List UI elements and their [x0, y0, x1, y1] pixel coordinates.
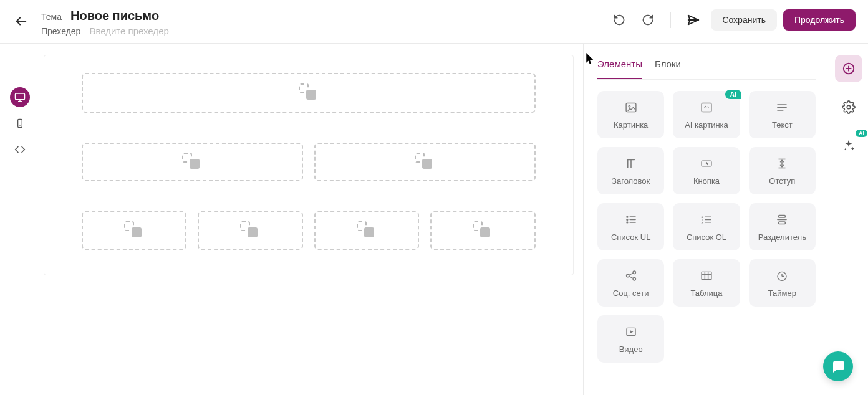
element-list-ul[interactable]: Список UL: [597, 203, 664, 250]
svg-point-20: [627, 222, 628, 223]
subject-block: Тема Новое письмо Прехедер Введите прехе…: [41, 9, 169, 36]
ai-badge: AI: [856, 130, 867, 137]
element-label: Картинка: [614, 120, 648, 130]
canvas-row: [82, 73, 536, 113]
svg-marker-46: [630, 330, 633, 333]
placeholder-icon: [185, 155, 200, 169]
element-label: Таймер: [768, 288, 796, 298]
element-label: Разделитель: [758, 232, 806, 242]
header-left: Тема Новое письмо Прехедер Введите прехе…: [12, 9, 169, 36]
button-icon: [699, 157, 714, 170]
svg-point-19: [627, 219, 628, 221]
table-icon: [700, 269, 713, 282]
svg-point-18: [627, 216, 628, 217]
element-label: Заголовок: [612, 176, 650, 186]
social-icon: [624, 269, 638, 282]
svg-point-9: [629, 105, 630, 107]
canvas-row: [82, 143, 536, 181]
element-timer[interactable]: Таймер: [749, 259, 816, 307]
placeholder-icon: [243, 224, 258, 237]
svg-rect-38: [702, 272, 711, 279]
main: Элементы Блоки Картинка AI AI картинка Т…: [0, 44, 868, 395]
element-label: Текст: [772, 120, 793, 130]
svg-text:3: 3: [701, 221, 703, 225]
divider: [670, 12, 671, 28]
element-spacer[interactable]: Отступ: [749, 147, 816, 194]
undo-button[interactable]: [608, 9, 630, 31]
chat-fab[interactable]: [823, 351, 853, 381]
add-panel-button[interactable]: [835, 55, 862, 82]
sidebar-tabs: Элементы Блоки: [597, 55, 816, 80]
drop-zone[interactable]: [314, 211, 420, 250]
element-label: Список UL: [611, 232, 650, 242]
sidebar: Элементы Блоки Картинка AI AI картинка Т…: [583, 44, 829, 395]
element-label: Соц. сети: [613, 288, 649, 298]
canvas-area: [40, 44, 583, 395]
element-social[interactable]: Соц. сети: [597, 259, 664, 307]
canvas-row: [82, 211, 536, 250]
chat-icon: [831, 359, 846, 374]
placeholder-icon: [127, 224, 142, 237]
preheader-label: Прехедер: [41, 26, 80, 36]
video-icon: [624, 325, 638, 338]
drop-zone[interactable]: [198, 211, 303, 250]
element-text[interactable]: Текст: [749, 91, 816, 138]
element-button[interactable]: Кнопка: [673, 147, 740, 194]
tab-blocks[interactable]: Блоки: [655, 55, 681, 79]
placeholder-icon: [417, 155, 432, 169]
svg-line-37: [629, 276, 633, 278]
ai-image-icon: [700, 101, 713, 114]
device-rail: [0, 44, 40, 395]
list-ol-icon: 123: [700, 213, 713, 226]
save-button[interactable]: Сохранить: [711, 9, 777, 31]
code-view-button[interactable]: [10, 140, 30, 159]
gear-icon: [842, 100, 856, 114]
back-button[interactable]: [12, 12, 30, 30]
svg-line-36: [629, 273, 633, 275]
settings-panel-button[interactable]: [835, 93, 862, 121]
svg-point-50: [847, 105, 851, 109]
svg-rect-3: [16, 93, 25, 100]
email-canvas[interactable]: [44, 55, 574, 275]
spacer-icon: [775, 157, 789, 170]
drop-zone[interactable]: [430, 211, 536, 250]
element-table[interactable]: Таблица: [673, 259, 740, 307]
send-test-button[interactable]: [682, 9, 705, 31]
desktop-view-button[interactable]: [10, 87, 30, 107]
element-image[interactable]: Картинка: [597, 91, 664, 138]
subject-row[interactable]: Тема Новое письмо: [41, 9, 169, 23]
drop-zone[interactable]: [82, 211, 187, 250]
element-list-ol[interactable]: 123 Список OL: [673, 203, 740, 250]
continue-button[interactable]: Продолжить: [783, 9, 856, 31]
header-right: Сохранить Продолжить: [608, 9, 856, 31]
image-icon: [624, 101, 638, 114]
element-video[interactable]: Видео: [597, 315, 664, 363]
placeholder-icon: [475, 224, 490, 237]
redo-button[interactable]: [637, 9, 659, 31]
svg-rect-6: [18, 119, 22, 127]
preheader-row[interactable]: Прехедер Введите прехедер: [41, 26, 169, 36]
timer-icon: [775, 269, 789, 282]
svg-rect-32: [779, 222, 786, 224]
list-ul-icon: [624, 213, 638, 226]
ai-badge: AI: [725, 90, 741, 99]
tab-elements[interactable]: Элементы: [597, 55, 642, 79]
sparkle-icon: [842, 139, 856, 153]
element-label: Кнопка: [693, 176, 720, 186]
drop-zone[interactable]: [314, 143, 536, 181]
header: Тема Новое письмо Прехедер Введите прехе…: [0, 0, 868, 44]
element-divider[interactable]: Разделитель: [749, 203, 816, 250]
preheader-placeholder: Введите прехедер: [89, 26, 168, 36]
drop-zone[interactable]: [82, 73, 536, 113]
subject-value: Новое письмо: [70, 9, 159, 23]
drop-zone[interactable]: [82, 143, 303, 181]
element-ai-image[interactable]: AI AI картинка: [673, 91, 740, 138]
mobile-view-button[interactable]: [10, 113, 30, 133]
ai-panel-button[interactable]: AI: [835, 132, 862, 159]
subject-label: Тема: [41, 12, 62, 22]
element-label: Видео: [619, 345, 643, 354]
element-heading[interactable]: Заголовок: [597, 147, 664, 194]
element-label: Список OL: [687, 232, 726, 242]
placeholder-icon: [359, 224, 374, 237]
element-label: Таблица: [691, 288, 723, 298]
